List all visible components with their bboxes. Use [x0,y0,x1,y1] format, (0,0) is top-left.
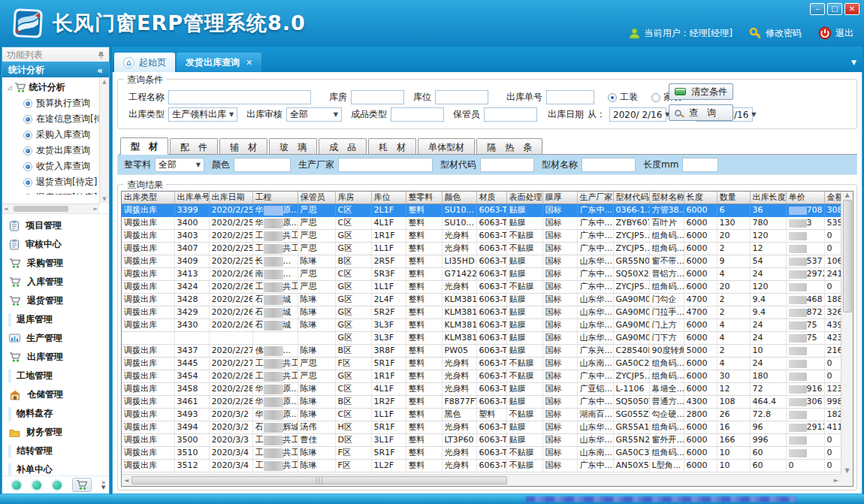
material-tab[interactable]: 耗 材 [368,138,416,154]
logout-button[interactable]: 退出 [818,26,853,40]
scroll-left-icon[interactable]: ◄ [124,477,128,484]
table-row[interactable]: 调拨出库34282020/2/26石城陈琳G区2L4F整料KLM38176063… [122,293,841,306]
scroll-down-icon[interactable]: ▼ [102,196,106,202]
tree-vertical-scrollbar[interactable]: ▲ ▼ [99,77,109,204]
collapse-icon[interactable]: « [97,65,103,76]
column-header[interactable]: 整零料 [406,192,442,204]
tree-item[interactable]: 采购入库查询 [7,127,98,143]
table-row[interactable]: 调拨出库35122020/3/4工共工程陈琳F区1L2F整料光身料6063-T5… [122,459,841,472]
sidebar-menu-item[interactable]: 退库管理 [2,310,109,329]
product-type-input[interactable] [391,107,444,122]
scroll-up-icon[interactable]: ▲ [102,79,106,85]
more-panels-button[interactable]: » ▼ [101,480,106,490]
dot-icon[interactable] [32,481,41,490]
scroll-down-icon[interactable]: ▼ [844,467,849,474]
sidebar-menu-item[interactable]: 结转管理 [2,442,109,460]
column-header[interactable]: 颜色 [442,192,476,204]
column-header[interactable]: 出库类型 [122,192,174,204]
order-no-input[interactable] [546,90,594,104]
location-input[interactable] [435,90,488,104]
outbound-type-select[interactable]: 生产领料出库▼ [168,107,237,122]
table-row[interactable]: 调拨出库34132020/2/26南...严思C区5R3F整料G71422606… [122,267,841,280]
column-header[interactable]: 数量 [717,192,750,204]
close-button[interactable]: ✕ [844,3,859,15]
factory-input[interactable] [338,158,433,172]
warehouse-input[interactable] [351,90,404,104]
scroll-right-icon[interactable]: ► [94,206,98,212]
table-row[interactable]: G区3L3F整料KLM38176063-T5贴膜国标山东华...GA90M09.… [122,331,841,344]
scroll-right-icon[interactable]: ► [834,477,838,484]
column-header[interactable]: 出库单号 [174,192,209,204]
profile-name-input[interactable] [582,158,636,172]
color-input[interactable] [234,158,291,172]
audit-select[interactable]: 全部▼ [286,107,342,122]
column-header[interactable]: 单价 [786,192,824,204]
table-row[interactable]: 调拨出库34092020/2/25长...陈琳B区2R5F整料LI35HD606… [122,255,841,267]
column-header[interactable]: 膜厚 [542,192,577,204]
material-tab[interactable]: 隔 热 条 [476,138,542,154]
project-name-input[interactable] [168,90,311,104]
material-tab[interactable]: 配 件 [170,138,218,154]
clear-conditions-button[interactable]: 清空条件 [669,83,733,100]
column-header[interactable]: 出库日期 [209,192,252,204]
tree-item[interactable]: 预算执行查询 [7,95,98,111]
sidebar-menu-item[interactable]: 项目管理 [2,216,109,235]
table-row[interactable]: 调拨出库34942020/3/2石辉城汤伟H区5R1F整料光身料6063-T5贴… [122,421,841,433]
dot-icon[interactable] [12,481,21,490]
sidebar-menu-item[interactable]: 物料盘存 [2,404,109,423]
material-tab[interactable]: 型 材 [120,137,168,155]
sidebar-section-header[interactable]: 统计分析 « [2,62,109,77]
material-tab[interactable]: 成 品 [319,138,367,154]
dot-icon[interactable] [53,481,62,490]
tree-item[interactable]: 收货入库查询 [7,158,98,174]
date-from-picker[interactable]: 2020/ 2/16▼ [609,107,666,122]
column-header[interactable]: 生产厂家 [577,192,613,204]
table-row[interactable]: 调拨出库34612020/2/28华原...陈琳B区1R2F整料F8877FT6… [122,395,841,408]
column-header[interactable]: 库位 [371,192,406,204]
tab-overflow-icon[interactable]: ▼ [851,59,856,66]
tree-expander-icon[interactable]: ⊿ [7,84,13,92]
tree-item[interactable]: 在途信息查询[待 [7,111,98,127]
profile-code-input[interactable] [480,158,534,172]
table-row[interactable]: 调拨出库34072020/2/25工共工程严思G区1L1F整料光身料6063-T… [122,242,841,255]
scroll-thumb[interactable] [14,206,68,212]
length-input[interactable] [682,158,718,172]
keeper-input[interactable] [484,107,537,122]
search-button[interactable]: 查 询 [669,104,733,121]
table-row[interactable]: 调拨出库34302020/2/26石城陈琳G区3L3F整料KLM38176063… [122,318,841,331]
column-header[interactable]: 材质 [476,192,506,204]
scroll-thumb[interactable] [843,200,852,312]
column-header[interactable]: 工程 [252,192,298,204]
table-row[interactable]: 调拨出库34542020/2/28工共工程严思G区1R1F整料光身料6063-T… [122,370,841,382]
sidebar-menu-item[interactable]: 仓储管理 [2,385,109,404]
column-header[interactable]: 型材代码 [613,192,649,204]
cart-shortcut-button[interactable] [72,478,92,492]
whole-part-select[interactable]: 全部▼ [155,158,204,172]
sidebar-menu-item[interactable]: 出库管理 [2,348,109,367]
table-row[interactable]: 调拨出库35102020/3/4工共工程陈琳F区5R1F整料光身料6063-T5… [122,446,841,459]
vertical-scrollbar[interactable]: ▲ ▼ [841,192,853,474]
scroll-left-icon[interactable]: ◄ [4,206,8,212]
sidebar-menu-item[interactable]: 入库管理 [2,273,109,291]
tree-item[interactable]: 退货查询[待定] [7,174,98,190]
table-row[interactable]: 调拨出库34292020/2/26石城陈琳G区5R2F整料KLM38176063… [122,306,841,318]
tab-shipment-query[interactable]: 发货出库查询 ✕ [177,53,261,72]
column-header[interactable]: 出库长度 [750,192,786,204]
sidebar-menu-item[interactable]: 生产管理 [2,329,109,348]
tree-item[interactable]: 退库管理[待定] [7,190,98,195]
material-tab[interactable]: 辅 材 [219,138,267,154]
horizontal-scrollbar[interactable]: ◄ ||| ► [122,474,841,486]
table-row[interactable]: 调拨出库34582020/2/28华原...陈琳C区4L1F整料光身料6063-… [122,382,841,395]
material-tab[interactable]: 单体型材 [418,138,475,154]
column-header[interactable]: 表面处理 [506,192,542,204]
table-row[interactable]: 调拨出库34372020/2/27佛...陈琳B区3R8F整料PW056063-… [122,344,841,357]
column-header[interactable]: 保管员 [298,192,335,204]
column-header[interactable]: 金额 [824,192,841,204]
sidebar-menu-item[interactable]: 退货管理 [2,291,109,310]
change-password-button[interactable]: 修改密码 [749,27,802,40]
material-tab[interactable]: 玻 璃 [269,138,317,154]
column-header[interactable]: 长度 [684,192,717,204]
tree-root[interactable]: ⊿ 统计分析 [7,80,98,95]
sidebar-menu-item[interactable]: 财务管理 [2,423,109,442]
table-row[interactable]: 调拨出库34032020/2/25工共工程严思G区1R1F整料光身料6063-T… [122,229,841,242]
